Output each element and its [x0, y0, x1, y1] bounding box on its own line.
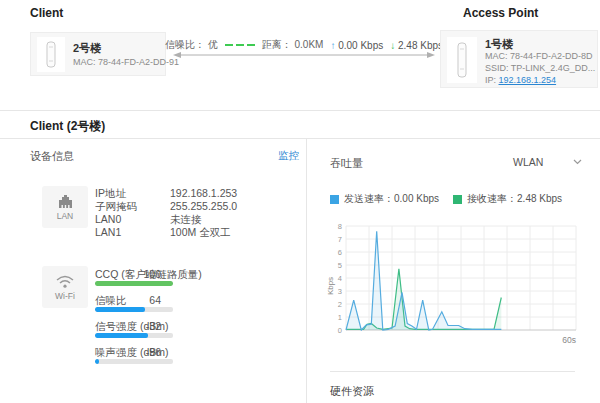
down-rate: 2.48 Kbps: [398, 40, 443, 51]
up-rate: 0.00 Kbps: [338, 40, 383, 51]
client-device-card[interactable]: 2号楼 MAC: 78-44-FD-A2-DD-91: [30, 32, 166, 76]
wifi-metric-bar-fill: [95, 359, 99, 364]
ap-device-image: [447, 37, 477, 83]
wifi-tile-label: Wi-Fi: [55, 291, 75, 301]
wifi-metric-bar: [95, 359, 173, 364]
client-device-image: [37, 37, 65, 72]
divider-hardware: [330, 371, 575, 372]
svg-text:60s: 60s: [562, 335, 576, 345]
throughput-chart-svg: 012345678Kbps60s: [326, 216, 582, 346]
link-snr: 信噪比： 优: [165, 38, 218, 52]
wifi-metric-bar-fill: [95, 333, 148, 338]
svg-text:Kbps: Kbps: [326, 277, 335, 295]
lan-row-value: 255.255.255.0: [170, 200, 237, 212]
wifi-metric-bar: [95, 281, 173, 286]
client-device-name: 2号楼: [73, 41, 101, 56]
chart-legend: 发送速率：0.00 Kbps接收速率：2.48 Kbps: [330, 192, 562, 206]
lan-row-label: LAN0: [95, 213, 170, 225]
signal-dashes-icon: [225, 44, 255, 46]
device-info-title: 设备信息: [30, 149, 74, 164]
wifi-metric-value: -96: [95, 346, 161, 358]
wifi-icon: [55, 274, 75, 289]
lan-row-label: 子网掩码: [95, 200, 170, 214]
svg-text:4: 4: [338, 274, 342, 283]
lan-row: LAN0未连接: [95, 213, 295, 227]
cpe-device-icon: [455, 41, 469, 79]
lan-tile-label: LAN: [57, 211, 74, 221]
wifi-metric-bar: [95, 333, 173, 338]
wifi-metric-value: 64: [95, 294, 161, 306]
svg-text:0: 0: [338, 326, 342, 335]
up-arrow-icon: ↑: [330, 40, 335, 51]
svg-text:6: 6: [338, 248, 342, 257]
hardware-title: 硬件资源: [330, 384, 374, 399]
access-point-header: Access Point: [463, 6, 538, 20]
ap-device-name: 1号楼: [485, 37, 513, 52]
divider-section: [0, 138, 600, 139]
svg-text:3: 3: [338, 287, 342, 296]
lan-tile: LAN: [42, 186, 88, 228]
legend-swatch: [330, 195, 339, 204]
lan-row: IP地址192.168.1.253: [95, 187, 295, 201]
section-title: Client (2号楼): [30, 118, 105, 135]
legend-swatch: [453, 195, 462, 204]
legend-label: 接收速率：2.48 Kbps: [467, 192, 562, 206]
cpe-device-icon: [44, 41, 58, 69]
throughput-chart: 012345678Kbps60s: [326, 216, 582, 350]
link-up: ↑ 0.00 Kbps: [330, 40, 383, 51]
svg-text:1: 1: [338, 313, 342, 322]
link-info-row: 信噪比： 优 距离： 0.0KM ↑ 0.00 Kbps ↓ 2.48 Kbps: [172, 38, 436, 52]
lan-row: LAN1100M 全双工: [95, 226, 295, 240]
lan-row-label: IP地址: [95, 187, 170, 201]
ip-label: IP:: [485, 75, 499, 85]
client-device-mac: MAC: 78-44-FD-A2-DD-91: [73, 57, 179, 67]
lan-row-label: LAN1: [95, 226, 170, 238]
ap-device-card[interactable]: 1号楼 MAC: 78-44-FD-A2-DD-8D SSID: TP-LINK…: [440, 30, 598, 88]
wifi-metric-bar: [95, 307, 173, 312]
link-down: ↓ 2.48 Kbps: [390, 40, 443, 51]
wifi-metric-value: 100: [95, 268, 161, 280]
throughput-title: 吞吐量: [330, 156, 363, 171]
ap-management-page: Client Access Point 2号楼 MAC: 78-44-FD-A2…: [0, 0, 600, 403]
wifi-metric-bar-fill: [95, 307, 145, 312]
lan-port-icon: [57, 194, 74, 209]
legend-item: 接收速率：2.48 Kbps: [453, 192, 562, 206]
svg-text:5: 5: [338, 261, 342, 270]
lan-row-value: 未连接: [170, 213, 202, 225]
legend-item: 发送速率：0.00 Kbps: [330, 192, 439, 206]
ap-device-mac: MAC: 78-44-FD-A2-DD-8D: [485, 51, 593, 61]
ap-device-ssid: SSID: TP-LINK_2.4G_DD...: [485, 63, 595, 73]
column-divider: [306, 139, 307, 403]
lan-row-value: 192.168.1.253: [170, 187, 237, 199]
wlan-selector[interactable]: WLAN: [513, 156, 582, 168]
wifi-tile: Wi-Fi: [42, 266, 88, 308]
client-header: Client: [30, 6, 63, 20]
topology-link-line: [172, 51, 436, 59]
svg-text:7: 7: [338, 235, 342, 244]
legend-label: 发送速率：0.00 Kbps: [344, 192, 439, 206]
lan-row: 子网掩码255.255.255.0: [95, 200, 295, 214]
down-arrow-icon: ↓: [390, 40, 395, 51]
divider-top: [0, 110, 600, 111]
chevron-down-icon: [573, 159, 582, 165]
svg-text:2: 2: [338, 300, 342, 309]
ap-ip-link[interactable]: 192.168.1.254: [499, 75, 557, 85]
lan-row-value: 100M 全双工: [170, 226, 231, 238]
monitor-link[interactable]: 监控: [278, 149, 299, 163]
wifi-metric-value: -32: [95, 320, 161, 332]
wlan-selector-value: WLAN: [513, 156, 543, 168]
ap-device-ip-row: IP: 192.168.1.254: [485, 75, 556, 85]
svg-text:8: 8: [338, 222, 342, 231]
wifi-metric-bar-fill: [95, 281, 173, 286]
link-distance: 距离： 0.0KM: [262, 38, 324, 52]
